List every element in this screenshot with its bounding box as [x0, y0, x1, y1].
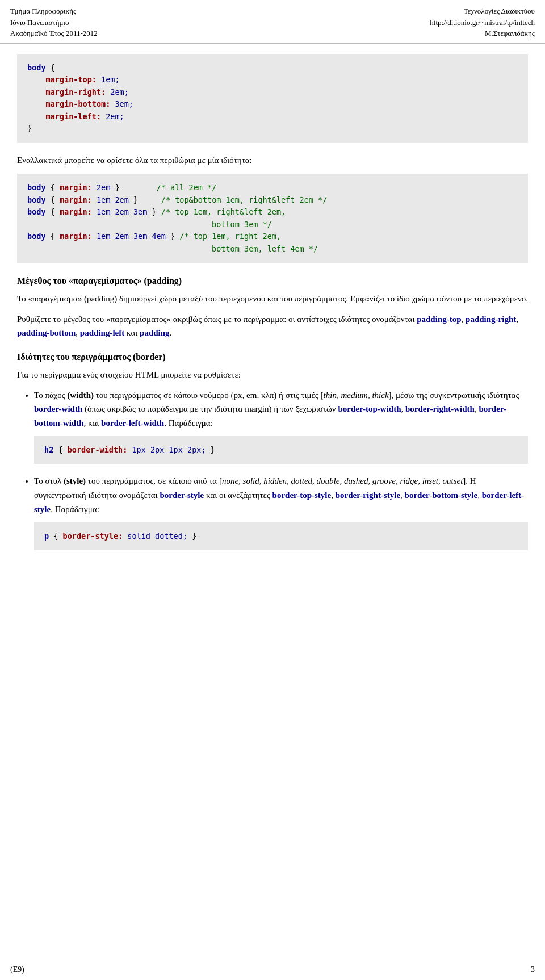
code-pre-margin-shorthand: body { margin: 2em } /* all 2em */ body …: [27, 182, 518, 256]
bullet1-bold3: border-top-width: [338, 404, 401, 413]
intro-text: Εναλλακτικά μπορείτε να ορίσετε όλα τα π…: [17, 153, 528, 167]
padding-sep2: ,: [516, 315, 518, 324]
padding-bold1: padding-top: [417, 315, 461, 324]
course-name: Τεχνολογίες Διαδικτύου: [430, 6, 535, 17]
padding-end: .: [170, 328, 172, 337]
bullet-item-style: Το στυλ (style) του περιγράμματος, σε κά…: [34, 474, 528, 550]
code-block-margin-shorthand: body { margin: 2em } /* all 2em */ body …: [17, 174, 528, 263]
footer-right: 3: [531, 965, 535, 974]
bullet2-sep1: ,: [331, 491, 336, 500]
code-pre-body-margins: body { margin-top: 1em; margin-right: 2e…: [27, 62, 518, 136]
padding-and: και: [124, 328, 140, 337]
padding-para2-prefix: Ρυθμίζετε το μέγεθος του «παραγεμίσματος…: [17, 315, 417, 324]
institution-name: Τμήμα Πληροφορικής: [10, 6, 98, 17]
bullet2-sep2: ,: [400, 491, 405, 500]
bullet2-mid3: και οι ανεξάρτητες: [204, 491, 272, 500]
padding-bold5: padding: [140, 328, 170, 337]
bullet1-bold6: border-left-width: [101, 418, 164, 428]
academic-year: Ακαδημαϊκό Έτος 2011-2012: [10, 28, 98, 39]
university-name: Ιόνιο Πανεπιστήμιο: [10, 17, 98, 28]
header-right: Τεχνολογίες Διαδικτύου http://di.ionio.g…: [430, 6, 535, 39]
bullet1-bold2: border-width: [34, 404, 82, 413]
padding-sep1: ,: [462, 315, 466, 324]
bullet2-bold5: border-bottom-style: [405, 491, 478, 500]
code-block-border-width: h2 { border-width: 1px 2px 1px 2px; }: [34, 436, 528, 464]
padding-para1: Το «παραγέμισμα» (padding) δημιουργεί χώ…: [17, 292, 528, 305]
code-pre-border-width: h2 { border-width: 1px 2px 1px 2px; }: [44, 444, 518, 457]
instructor-name: Μ.Στεφανιδάκης: [430, 28, 535, 39]
bullet2-italic1: none, solid, hidden, dotted, double, das…: [222, 476, 463, 485]
bullet2-bold1: (style): [64, 476, 86, 485]
bullet2-prefix: Το στυλ: [34, 476, 64, 485]
bullet2-bold3: border-top-style: [272, 491, 332, 500]
bullet2-mid1: του περιγράμματος, σε κάποιο από τα [: [86, 476, 222, 485]
bullet2-sep3: ,: [477, 491, 482, 500]
footer: (E9) 3: [0, 965, 545, 974]
border-intro: Για το περίγραμμα ενός στοιχείου HTML μπ…: [17, 368, 528, 382]
padding-bold4: padding-left: [80, 328, 124, 337]
padding-para2: Ρυθμίζετε το μέγεθος του «παραγεμίσματος…: [17, 312, 528, 340]
code-block-border-style: p { border-style: solid dotted; }: [34, 522, 528, 551]
bullet1-italic1: thin, medium, thick: [324, 391, 389, 400]
padding-bold2: padding-right: [466, 315, 516, 324]
border-bullet-list: Το πάχος (width) του περιγράμματος σε κά…: [34, 388, 528, 551]
header: Τμήμα Πληροφορικής Ιόνιο Πανεπιστήμιο Ακ…: [0, 0, 545, 43]
bullet1-sep3: , και: [84, 418, 102, 428]
border-heading: Ιδιότητες του περιγράμματος (border): [17, 352, 528, 362]
main-content: body { margin-top: 1em; margin-right: 2e…: [0, 44, 545, 578]
bullet1-end: . Παράδειγμα:: [164, 418, 213, 428]
course-url: http://di.ionio.gr/~mistral/tp/inttech: [430, 17, 535, 28]
code-pre-border-style: p { border-style: solid dotted; }: [44, 530, 518, 543]
code-block-body-margins: body { margin-top: 1em; margin-right: 2e…: [17, 54, 528, 144]
padding-bold3: padding-bottom: [17, 328, 76, 337]
bullet1-mid2: ], μέσω της συγκεντρωτικής ιδιότητας: [389, 391, 519, 400]
bullet2-bold2: border-style: [160, 491, 204, 500]
bullet-item-width: Το πάχος (width) του περιγράμματος σε κά…: [34, 388, 528, 464]
bullet1-mid1: του περιγράμματος σε κάποιο νούμερο (px,…: [94, 391, 324, 400]
bullet1-prefix: Το πάχος: [34, 391, 67, 400]
header-left: Τμήμα Πληροφορικής Ιόνιο Πανεπιστήμιο Ακ…: [10, 6, 98, 39]
footer-left: (E9): [10, 965, 24, 974]
page: Τμήμα Πληροφορικής Ιόνιο Πανεπιστήμιο Ακ…: [0, 0, 545, 980]
bullet1-mid3: (όπως ακριβώς το παράδειγμα με την ιδιότ…: [82, 404, 338, 413]
padding-sep3: ,: [76, 328, 80, 337]
bullet1-sep1: ,: [401, 404, 406, 413]
padding-heading: Μέγεθος του «παραγεμίσματος» (padding): [17, 276, 528, 286]
bullet1-bold1: (width): [67, 391, 94, 400]
bullet1-bold4: border-right-width: [405, 404, 475, 413]
bullet2-bold4: border-right-style: [336, 491, 400, 500]
bullet2-end: . Παράδειγμα:: [51, 505, 99, 514]
